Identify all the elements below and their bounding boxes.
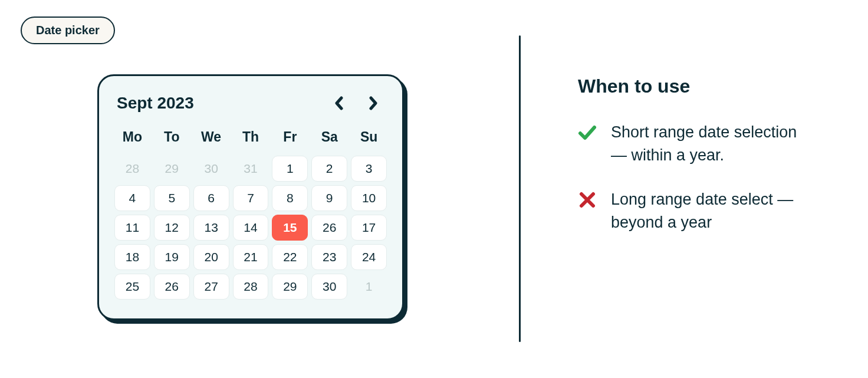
day-of-week-label: Th	[233, 123, 269, 156]
calendar-day[interactable]: 2	[311, 156, 347, 182]
calendar-day[interactable]: 6	[193, 185, 229, 211]
calendar-day[interactable]: 18	[114, 244, 150, 270]
calendar-day[interactable]: 24	[351, 244, 387, 270]
calendar-day[interactable]: 10	[351, 185, 387, 211]
calendar-day[interactable]: 21	[233, 244, 269, 270]
calendar-day[interactable]: 1	[272, 156, 308, 182]
calendar-day-muted: 1	[351, 274, 387, 300]
calendar-day[interactable]: 29	[272, 274, 308, 300]
calendar-day[interactable]: 3	[351, 156, 387, 182]
calendar-week-row: 28293031123	[114, 156, 387, 185]
calendar-day[interactable]: 7	[233, 185, 269, 211]
calendar-week-row: 45678910	[114, 185, 387, 215]
calendar-day[interactable]: 13	[193, 215, 229, 241]
calendar-day[interactable]: 19	[154, 244, 190, 270]
component-name-pill: Date picker	[21, 17, 115, 44]
calendar-body: 2829303112345678910111213141526171819202…	[114, 156, 387, 303]
day-of-week-label: We	[193, 123, 229, 156]
calendar-week-row: 18192021222324	[114, 244, 387, 274]
calendar-day[interactable]: 27	[193, 274, 229, 300]
calendar-day[interactable]: 8	[272, 185, 308, 211]
vertical-divider	[519, 35, 521, 342]
component-name-label: Date picker	[36, 24, 100, 37]
usage-guideline-item: Long range date select — beyond a year	[578, 188, 814, 234]
month-year-title: Sept 2023	[117, 94, 194, 113]
date-picker-header: Sept 2023	[114, 90, 387, 123]
day-of-week-label: Fr	[272, 123, 308, 156]
day-of-week-label: Mo	[114, 123, 150, 156]
calendar-day[interactable]: 26	[154, 274, 190, 300]
day-of-week-label: To	[154, 123, 190, 156]
calendar-day[interactable]: 25	[114, 274, 150, 300]
calendar-day[interactable]: 12	[154, 215, 190, 241]
calendar-day[interactable]: 4	[114, 185, 150, 211]
day-of-week-label: Sa	[311, 123, 347, 156]
calendar-day[interactable]: 14	[233, 215, 269, 241]
calendar-week-row: 11121314152617	[114, 215, 387, 244]
calendar-day-muted: 31	[233, 156, 269, 182]
calendar-day-muted: 28	[114, 156, 150, 182]
prev-month-button[interactable]	[334, 96, 344, 110]
calendar-day[interactable]: 22	[272, 244, 308, 270]
calendar-day[interactable]: 26	[311, 215, 347, 241]
cross-icon	[578, 190, 597, 209]
calendar-week-row: 2526272829301	[114, 274, 387, 303]
day-of-week-row: Mo To We Th Fr Sa Su	[114, 123, 387, 156]
calendar-day-muted: 29	[154, 156, 190, 182]
when-to-use-section: When to use Short range date selection —…	[578, 75, 814, 256]
calendar-day-selected[interactable]: 15	[272, 215, 308, 241]
calendar-day[interactable]: 20	[193, 244, 229, 270]
check-icon	[578, 123, 597, 142]
calendar-day[interactable]: 9	[311, 185, 347, 211]
calendar-day[interactable]: 5	[154, 185, 190, 211]
calendar-day[interactable]: 30	[311, 274, 347, 300]
month-nav-group	[334, 96, 384, 110]
when-to-use-heading: When to use	[578, 75, 814, 97]
chevron-right-icon	[368, 96, 379, 110]
calendar-day[interactable]: 23	[311, 244, 347, 270]
day-of-week-label: Su	[351, 123, 387, 156]
date-picker-panel: Sept 2023 Mo To We Th Fr Sa Su 282930311…	[97, 74, 404, 320]
usage-guideline-item: Short range date selection — within a ye…	[578, 121, 814, 167]
calendar-day-muted: 30	[193, 156, 229, 182]
calendar-day[interactable]: 28	[233, 274, 269, 300]
usage-guideline-text: Short range date selection — within a ye…	[611, 121, 814, 167]
calendar-day[interactable]: 17	[351, 215, 387, 241]
chevron-left-icon	[334, 96, 344, 110]
calendar-day[interactable]: 11	[114, 215, 150, 241]
next-month-button[interactable]	[368, 96, 379, 110]
usage-guideline-text: Long range date select — beyond a year	[611, 188, 814, 234]
